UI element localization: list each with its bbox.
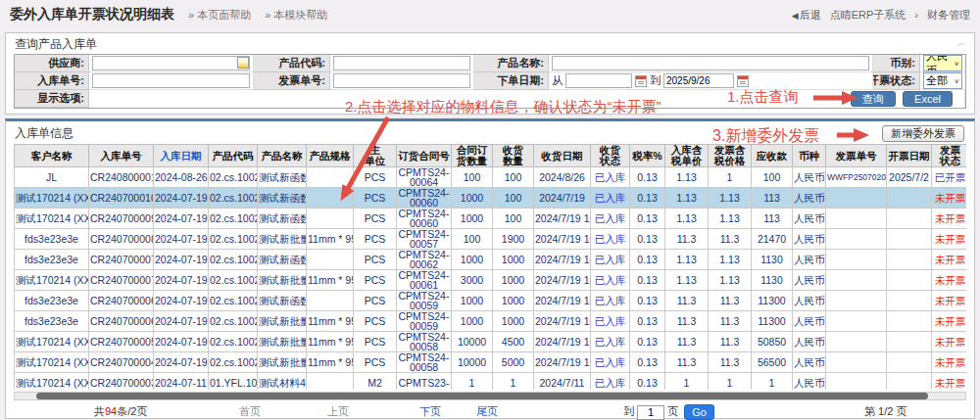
cell-8: 1000 <box>452 209 493 229</box>
currency-cell: 人民币∨ <box>920 55 965 72</box>
cell-9: 100 <box>493 188 534 209</box>
cell-16: 人民币 <box>793 209 826 229</box>
cell-10: 2024/7/19 10 <box>534 332 591 352</box>
cell-2: 2024-07-19 <box>154 209 209 229</box>
cell-15: 1 <box>752 373 793 391</box>
cell-15: 1130 <box>752 250 793 270</box>
receipt-no-input[interactable] <box>92 73 250 88</box>
cell-12: 0.13 <box>630 188 665 209</box>
calendar-icon[interactable] <box>635 75 647 87</box>
cell-2: 2024-07-19 <box>154 229 209 250</box>
excel-button[interactable]: Excel <box>903 91 953 107</box>
product-name-input[interactable] <box>552 56 869 70</box>
cell-13: 1.13 <box>665 188 709 209</box>
breadcrumb-system[interactable]: 点晴ERP子系统 <box>830 8 906 23</box>
table-row[interactable]: fds3e23e3eCR2407000082024-07-1902.cs.100… <box>15 229 967 250</box>
cell-19: 未开票 <box>932 311 967 332</box>
cell-17: WWFP250702001 <box>826 167 887 188</box>
annotation-step3: 3.新增委外发票 <box>712 126 819 147</box>
cell-13: 1.13 <box>665 250 709 270</box>
cell-10: 2024/7/19 10 <box>534 229 591 250</box>
cell-17 <box>826 311 887 332</box>
query-button[interactable]: 查询 <box>851 91 896 107</box>
cell-16: 人民币 <box>793 188 826 209</box>
cell-1: CR240800001 <box>89 167 154 188</box>
cell-10: 2024/7/19 10 <box>534 250 591 270</box>
invoice-no-input[interactable] <box>333 73 470 88</box>
cell-14: 1 <box>709 167 752 188</box>
cell-0: fds3e23e3e <box>15 311 89 332</box>
cell-17 <box>826 373 887 391</box>
currency-select[interactable]: 人民币∨ <box>923 55 962 71</box>
invoice-status-cell: 全部∨ <box>920 72 965 90</box>
cell-12: 0.13 <box>630 291 665 311</box>
total-count: 94 <box>105 405 117 417</box>
prev-page-link[interactable]: 上页 <box>327 404 349 419</box>
cell-7: CPMTS24-00058 <box>397 352 452 373</box>
horizontal-scrollbar[interactable] <box>14 392 966 400</box>
breadcrumb-module[interactable]: 财务管理 <box>927 8 970 23</box>
column-header-10: 收货日期 <box>534 145 591 167</box>
cell-16: 人民币 <box>793 373 826 391</box>
cell-17 <box>826 352 887 373</box>
table-panel-title: 入库单信息 <box>6 121 974 142</box>
calendar-icon[interactable] <box>737 75 749 87</box>
cell-5: 11mm * 95m <box>307 352 354 373</box>
date-from-input[interactable] <box>565 73 632 88</box>
cell-19: 未开票 <box>932 291 967 311</box>
topbar: 委外入库单开票状况明细表 » 本页面帮助 » 本模块帮助 ◀后退 点晴ERP子系… <box>0 0 980 29</box>
cell-0: 测试170214 (XX) <box>15 270 89 291</box>
table-wrap: 客户名称入库单号入库日期产品代码产品名称产品规格主 单位订货合同号合同订 货数量… <box>14 144 966 390</box>
table-row[interactable]: 测试170214 (XX)CR2407000052024-07-1902.cs.… <box>15 332 967 352</box>
product-code-label: 产品代码: <box>254 55 330 72</box>
first-page-link[interactable]: 首页 <box>239 404 261 419</box>
cell-15: 113 <box>752 188 793 209</box>
page-help-link[interactable]: » 本页面帮助 <box>188 8 251 23</box>
table-row[interactable]: 测试170214 (XX)CR2407000072024-07-1902.cs.… <box>15 270 967 291</box>
cell-11: 已入库 <box>591 209 630 229</box>
cell-5 <box>307 209 354 229</box>
supplier-input[interactable] <box>92 56 250 70</box>
module-help-link[interactable]: » 本模块帮助 <box>265 8 327 23</box>
cell-6: PCS <box>354 209 397 229</box>
cell-4: 测试新批量领 <box>258 270 307 291</box>
table-row[interactable]: 测试170214 (XX)CR2407000092024-07-1902.cs.… <box>15 209 967 229</box>
table-row[interactable]: 测试170214 (XX)CR2407000042024-07-1902.cs.… <box>15 352 967 373</box>
cell-12: 0.13 <box>630 373 665 391</box>
cell-8: 10000 <box>452 332 493 352</box>
supplier-picker-icon[interactable] <box>237 57 249 69</box>
go-button[interactable]: Go <box>684 404 714 420</box>
date-to-input[interactable] <box>663 73 734 88</box>
cell-19: 未开票 <box>932 229 967 250</box>
table-row[interactable]: fds3e23e3eCR2407000072024-07-1902.cs.100… <box>15 250 967 270</box>
table-row[interactable]: 测试170214 (XX)CR2407000032024-07-1101.YFL… <box>15 373 967 391</box>
table-row[interactable]: fds3e23e3eCR2407000062024-07-1902.cs.100… <box>15 291 967 311</box>
collapse-icon[interactable]: ︿ <box>956 36 966 50</box>
table-row[interactable]: JLCR2408000012024-08-2602.cs.100241测试新函数… <box>15 167 967 188</box>
add-outsourcing-invoice-button[interactable]: 新增委外发票 <box>882 125 964 142</box>
cell-14: 11.3 <box>709 352 752 373</box>
cell-3: 02.cs.100246 <box>209 270 258 291</box>
column-header-2[interactable]: 入库日期 <box>154 145 209 167</box>
table-row[interactable]: 测试170214 (XX)CR2407000102024-07-1902.cs.… <box>15 188 967 209</box>
cell-10: 2024/8/26 <box>534 167 591 188</box>
invoice-status-select[interactable]: 全部∨ <box>923 72 962 89</box>
product-code-input[interactable] <box>333 56 470 70</box>
cell-6: PCS <box>354 352 397 373</box>
scrollbar-thumb[interactable] <box>36 393 928 399</box>
last-page-link[interactable]: 尾页 <box>476 404 498 419</box>
cell-1: CR240700008 <box>89 229 154 250</box>
cell-10: 2024/7/19 10 <box>534 291 591 311</box>
cell-13: 11.3 <box>665 229 709 250</box>
next-page-link[interactable]: 下页 <box>419 404 441 419</box>
cell-6: M2 <box>354 373 397 391</box>
cell-16: 人民币 <box>793 311 826 332</box>
page-number-input[interactable] <box>637 405 664 420</box>
cell-13: 11.3 <box>665 332 709 352</box>
back-button[interactable]: ◀后退 <box>792 8 821 23</box>
table-row[interactable]: fds3e23e3eCR2407000062024-07-1902.cs.100… <box>15 311 967 332</box>
cell-16: 人民币 <box>793 332 826 352</box>
column-header-1: 入库单号 <box>89 145 154 167</box>
cell-11: 已入库 <box>591 373 630 391</box>
cell-8: 1 <box>452 373 493 391</box>
